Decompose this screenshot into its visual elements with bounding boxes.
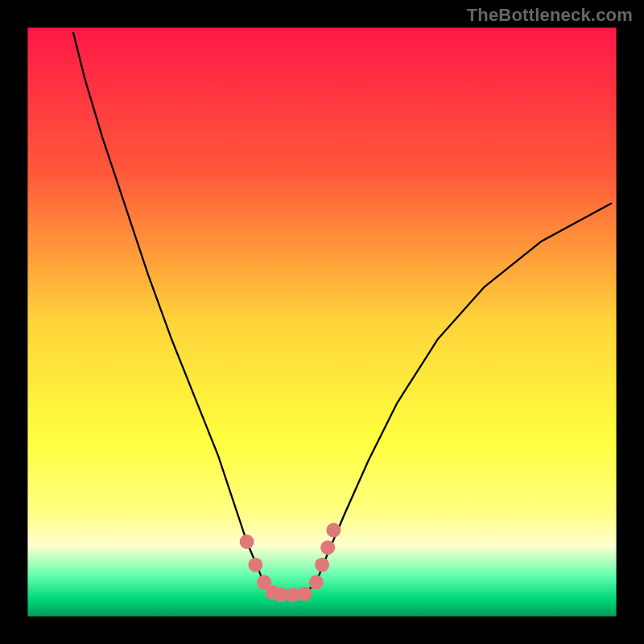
highlight-marker	[297, 587, 312, 601]
highlight-marker	[248, 558, 262, 572]
highlight-marker	[315, 558, 329, 572]
highlight-marker	[309, 575, 324, 589]
highlight-marker	[320, 540, 335, 555]
chart-canvas	[0, 0, 644, 644]
highlight-marker	[326, 523, 341, 538]
highlight-marker	[240, 535, 254, 549]
chart-background	[27, 27, 616, 616]
chart-container: TheBottleneck.com	[0, 0, 644, 644]
watermark-text: TheBottleneck.com	[467, 5, 633, 26]
